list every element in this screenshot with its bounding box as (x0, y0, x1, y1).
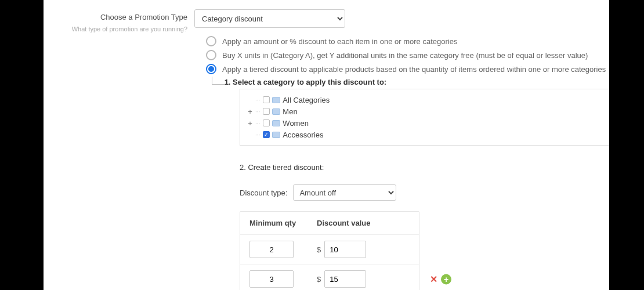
promotion-rule-radio-group: Apply an amount or % discount to each it… (194, 36, 609, 74)
radio-option-0[interactable]: Apply an amount or % discount to each it… (194, 36, 609, 46)
promotion-type-label-col: Choose a Promotion Type What type of pro… (44, 9, 194, 34)
promotion-type-select[interactable]: Category discount (194, 9, 345, 28)
promotion-type-label: Choose a Promotion Type (44, 13, 187, 21)
tree-guide-dots: ··· (255, 120, 260, 126)
expand-toggle[interactable]: + (247, 119, 253, 128)
category-checkbox[interactable] (263, 96, 270, 103)
category-checkbox[interactable] (263, 131, 270, 138)
tier-row: $✕+ (240, 264, 419, 290)
radio-label: Apply a tiered discount to applicable pr… (222, 65, 606, 74)
radio-button[interactable] (206, 36, 216, 46)
category-row-accessories[interactable]: ···Accessories (244, 129, 606, 140)
main-content: Choose a Promotion Type What type of pro… (44, 0, 609, 290)
radio-label: Buy X units in (Category A), get Y addit… (222, 51, 588, 60)
category-label: Women (283, 119, 309, 128)
right-black-panel (609, 0, 644, 290)
folder-icon (272, 97, 280, 103)
category-row-all-categories[interactable]: ···All Categories (244, 94, 606, 106)
category-checkbox[interactable] (263, 119, 270, 126)
category-row-women[interactable]: +···Women (244, 117, 606, 129)
step1-title: 1. Select a category to apply this disco… (225, 78, 387, 86)
radio-button[interactable] (206, 50, 216, 60)
discount-value-input[interactable] (324, 241, 366, 258)
tier-header-minqty: Minimum qty (249, 219, 317, 227)
delete-tier-icon[interactable]: ✕ (430, 274, 437, 285)
tree-guide-dots: ··· (255, 108, 260, 115)
discount-type-label: Discount type: (240, 188, 287, 197)
folder-icon (272, 120, 280, 126)
category-label: Men (283, 107, 297, 116)
add-tier-icon[interactable]: + (441, 274, 451, 284)
radio-option-1[interactable]: Buy X units in (Category A), get Y addit… (194, 50, 609, 60)
left-black-panel (0, 0, 44, 290)
radio-option-2[interactable]: Apply a tiered discount to applicable pr… (194, 64, 609, 74)
currency-symbol: $ (317, 275, 321, 284)
radio-label: Apply an amount or % discount to each it… (222, 37, 457, 46)
expand-toggle[interactable]: + (247, 107, 253, 116)
tier-row: $ (240, 234, 419, 264)
category-checkbox[interactable] (263, 108, 270, 115)
folder-icon (272, 108, 280, 115)
category-row-men[interactable]: +···Men (244, 106, 606, 117)
tier-header-value: Discount value (317, 219, 410, 227)
folder-icon (272, 132, 280, 138)
discount-value-input[interactable] (324, 270, 366, 288)
step2-title: 2. Create tiered discount: (240, 163, 609, 172)
minimum-qty-input[interactable] (249, 270, 294, 288)
category-label: All Categories (283, 96, 330, 104)
currency-symbol: $ (317, 245, 321, 254)
promotion-type-help: What type of promotion are you running? (44, 25, 187, 34)
tree-guide-dots: ··· (255, 132, 260, 138)
discount-type-select[interactable]: Amount off (293, 184, 396, 201)
tree-guide-dots: ··· (255, 97, 260, 103)
category-tree-panel: ···All Categories+···Men+···Women···Acce… (240, 89, 609, 146)
category-label: Accessories (283, 130, 323, 139)
tree-connector-line (212, 77, 225, 85)
tier-table-header: Minimum qty Discount value (240, 212, 419, 234)
tier-table: Minimum qty Discount value $$✕+ (240, 211, 419, 290)
radio-button[interactable] (206, 64, 216, 74)
minimum-qty-input[interactable] (249, 241, 294, 258)
